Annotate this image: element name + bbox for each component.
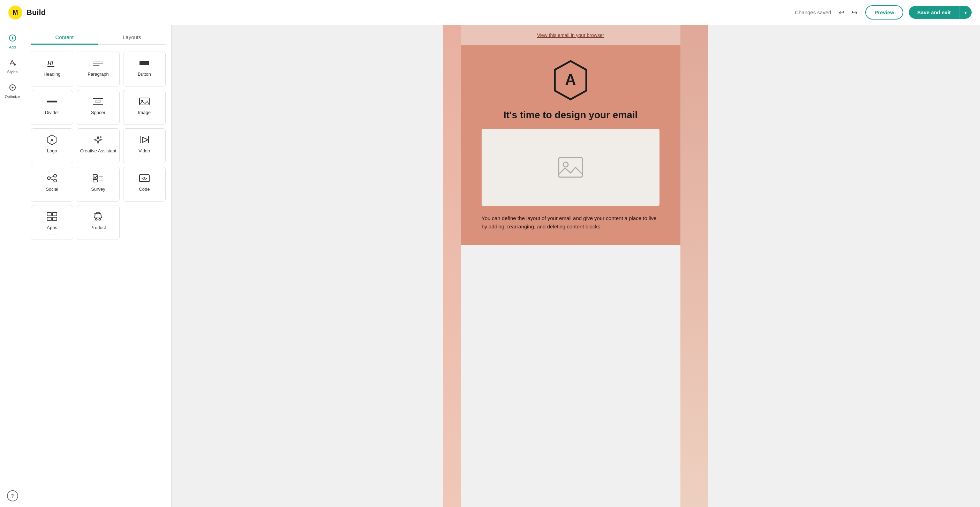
svg-rect-40 (52, 212, 57, 216)
block-button-label: Button (138, 72, 151, 77)
optimize-icon (9, 84, 16, 93)
sidebar-add-label: Add (9, 45, 16, 49)
heading-icon: Hi (47, 57, 57, 69)
svg-point-30 (54, 179, 57, 182)
sidebar-item-add[interactable]: Add (2, 31, 23, 52)
block-product[interactable]: Product · · · · · (77, 205, 119, 240)
button-icon (139, 57, 150, 69)
svg-text:A: A (565, 71, 576, 88)
block-survey-label: Survey (91, 186, 105, 192)
svg-text:M: M (13, 9, 18, 16)
block-video[interactable]: Video · · · · · (123, 128, 165, 163)
creative-assistant-icon (92, 134, 103, 145)
block-button[interactable]: Button · · · · · (123, 52, 165, 86)
svg-rect-41 (47, 217, 51, 221)
svg-point-29 (54, 174, 57, 177)
block-divider-label: Divider (45, 110, 59, 115)
preview-button[interactable]: Preview (865, 5, 903, 19)
app-title: Build (27, 8, 46, 17)
tab-content[interactable]: Content (31, 31, 99, 45)
topbar: M Build Changes saved ↩ ↪ Preview Save a… (0, 0, 980, 25)
survey-icon (92, 173, 103, 184)
block-creative-assistant[interactable]: Creative Assistant · · · · · (77, 128, 119, 163)
block-image-label: Image (138, 110, 151, 115)
block-spacer[interactable]: Spacer · · · · · (77, 90, 119, 125)
save-button-group: Save and exit ▾ (909, 6, 972, 19)
svg-rect-20 (140, 98, 149, 105)
block-paragraph[interactable]: Paragraph · · · · · (77, 52, 119, 86)
svg-text:</>: </> (142, 176, 147, 181)
svg-text:A: A (50, 138, 54, 143)
svg-point-44 (99, 219, 101, 220)
sidebar-item-styles[interactable]: Styles (2, 56, 23, 78)
image-placeholder-icon (558, 157, 583, 178)
block-spacer-label: Spacer (91, 110, 105, 115)
help-button[interactable]: ? (7, 490, 18, 501)
main-layout: Add Styles Optimize ? (0, 25, 980, 507)
block-divider[interactable]: Divider · · · · · (31, 90, 73, 125)
block-logo[interactable]: A Logo · · · · · (31, 128, 73, 163)
image-icon (139, 96, 150, 107)
browser-link[interactable]: View this email in your browser (537, 32, 605, 38)
svg-rect-35 (93, 180, 97, 182)
paragraph-icon (92, 57, 103, 69)
mailchimp-logo-icon: M (8, 6, 22, 19)
topbar-left: M Build (8, 6, 46, 19)
email-content: View this email in your browser A It's t… (461, 25, 681, 507)
block-product-label: Product (90, 225, 106, 230)
sidebar-item-optimize[interactable]: Optimize (2, 80, 23, 102)
block-video-label: Video (138, 148, 150, 153)
svg-rect-39 (47, 212, 51, 216)
block-paragraph-label: Paragraph (88, 72, 109, 77)
content-panel: Content Layouts Hi Heading · · · · · (25, 25, 172, 507)
email-canvas: View this email in your browser A It's t… (443, 25, 708, 507)
block-creative-assistant-label: Creative Assistant (80, 148, 116, 153)
sidebar-bottom: ? (7, 490, 18, 507)
block-survey[interactable]: Survey · · · · · (77, 167, 119, 202)
block-code-label: Code (139, 186, 150, 192)
svg-point-6 (14, 64, 16, 65)
left-deco (443, 25, 461, 507)
add-icon (9, 34, 16, 44)
block-apps[interactable]: Apps · · · · · (31, 205, 73, 240)
social-icon (46, 173, 57, 184)
sidebar-optimize-label: Optimize (5, 94, 20, 99)
svg-marker-25 (142, 137, 148, 143)
svg-line-32 (50, 179, 54, 180)
block-logo-label: Logo (47, 148, 57, 153)
styles-icon (9, 59, 16, 68)
svg-point-43 (95, 219, 97, 220)
block-social[interactable]: Social · · · · · (31, 167, 73, 202)
apps-icon (46, 211, 57, 222)
svg-rect-42 (52, 217, 57, 221)
tab-layouts[interactable]: Layouts (99, 31, 166, 45)
undo-redo-group: ↩ ↪ (837, 6, 860, 19)
undo-button[interactable]: ↩ (837, 6, 847, 19)
svg-line-31 (50, 176, 54, 178)
svg-text:Hi: Hi (48, 60, 53, 66)
save-exit-button[interactable]: Save and exit (909, 6, 959, 19)
svg-rect-19 (96, 100, 100, 103)
product-icon (92, 211, 103, 222)
email-body: A It's time to design your email (461, 45, 681, 245)
save-dropdown-button[interactable]: ▾ (959, 6, 972, 19)
changes-saved-status: Changes saved (795, 10, 831, 15)
email-image-placeholder (482, 129, 660, 206)
block-apps-label: Apps (47, 225, 57, 230)
block-code[interactable]: </> Code · · · · · (123, 167, 165, 202)
block-image[interactable]: Image · · · · · (123, 90, 165, 125)
block-heading[interactable]: Hi Heading · · · · · (31, 52, 73, 86)
canvas-area: View this email in your browser A It's t… (172, 25, 980, 507)
sidebar-styles-label: Styles (7, 70, 18, 74)
svg-rect-13 (140, 61, 149, 65)
svg-point-24 (100, 136, 102, 138)
video-icon (139, 134, 150, 145)
spacer-icon (92, 96, 103, 107)
block-heading-label: Heading (44, 72, 60, 77)
panel-tabs: Content Layouts (31, 31, 165, 45)
canvas-row: View this email in your browser A It's t… (443, 25, 708, 507)
email-body-text: You can define the layout of your email … (482, 214, 660, 231)
svg-point-28 (48, 177, 50, 180)
content-grid: Hi Heading · · · · · Paragraph · · (31, 52, 165, 240)
redo-button[interactable]: ↪ (850, 6, 860, 19)
